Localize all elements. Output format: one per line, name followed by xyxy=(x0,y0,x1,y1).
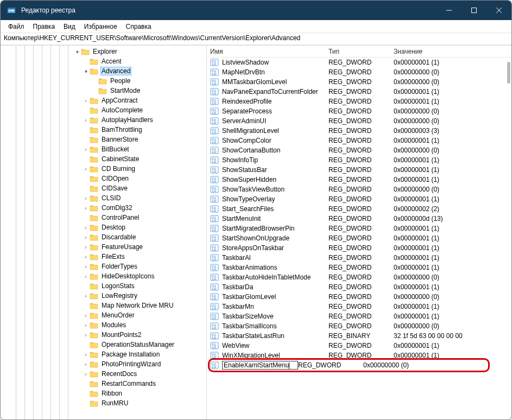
tree-item-startmode[interactable]: StartMode xyxy=(1,86,206,96)
value-row[interactable]: TaskbarSizeMoveREG_DWORD0x00000001 (1) xyxy=(207,311,511,321)
address-bar[interactable]: Компьютер\HKEY_CURRENT_USER\Software\Mic… xyxy=(1,33,511,45)
expander-icon[interactable]: › xyxy=(82,273,90,279)
expander-icon[interactable]: › xyxy=(82,166,90,172)
expander-icon[interactable]: › xyxy=(82,352,90,358)
value-row[interactable]: ShellMigrationLevelREG_DWORD0x00000003 (… xyxy=(207,126,511,136)
expander-icon[interactable]: › xyxy=(82,332,90,338)
expander-icon[interactable]: › xyxy=(82,225,90,231)
menu-view[interactable]: Вид xyxy=(59,22,80,31)
tree-item-bitbucket[interactable]: ›BitBucket xyxy=(1,144,206,154)
value-row[interactable]: StartMigratedBrowserPinREG_DWORD0x000000… xyxy=(207,224,511,233)
expander-icon[interactable]: ▾ xyxy=(73,49,81,55)
expander-icon[interactable]: › xyxy=(82,234,90,240)
value-row[interactable]: StoreAppsOnTaskbarREG_DWORD0x00000001 (1… xyxy=(207,243,511,253)
value-row[interactable]: ShowInfoTipREG_DWORD0x00000001 (1) xyxy=(207,155,511,165)
tree-item-map-network-drive-mru[interactable]: Map Network Drive MRU xyxy=(1,301,206,310)
tree-item-controlpanel[interactable]: ControlPanel xyxy=(1,213,206,222)
values-pane[interactable]: Имя Тип Значение ListviewShadowREG_DWORD… xyxy=(207,46,511,419)
titlebar[interactable]: Редактор реестра xyxy=(1,1,511,20)
tree-item-bannerstore[interactable]: BannerStore xyxy=(1,135,206,144)
menu-favorites[interactable]: Избранное xyxy=(80,22,122,31)
tree-item-desktop[interactable]: ›Desktop xyxy=(1,222,206,232)
value-row[interactable]: TaskbarMnREG_DWORD0x00000001 (1) xyxy=(207,302,511,311)
tree-item-hidedesktopicons[interactable]: ›HideDesktopIcons xyxy=(1,271,206,281)
scrollbar-thumb[interactable] xyxy=(507,62,510,84)
value-row[interactable]: StartMenuInitREG_DWORD0x0000000d (13) xyxy=(207,214,511,224)
value-row[interactable]: WinXMigrationLevelREG_DWORD0x00000001 (1… xyxy=(207,351,511,360)
value-row[interactable]: TaskbarAlREG_DWORD0x00000001 (1) xyxy=(207,253,511,263)
tree-item-package-installation[interactable]: ›Package Installation xyxy=(1,349,206,359)
expander-icon[interactable]: › xyxy=(82,371,90,377)
tree-item-cidopen[interactable]: CIDOpen xyxy=(1,174,206,183)
expander-icon[interactable]: › xyxy=(82,313,90,319)
value-row[interactable]: MapNetDrvBtnREG_DWORD0x00000000 (0) xyxy=(207,67,511,77)
column-name[interactable]: Имя xyxy=(207,48,325,55)
value-row[interactable]: SeparateProcessREG_DWORD0x00000000 (0) xyxy=(207,106,511,116)
value-row[interactable]: ServerAdminUIREG_DWORD0x00000000 (0) xyxy=(207,116,511,126)
value-row[interactable]: TaskbarStateLastRunREG_BINARY32 1f 5d 63… xyxy=(207,331,511,341)
tree-item-cidsave[interactable]: CIDSave xyxy=(1,183,206,193)
value-row[interactable]: ShowSuperHiddenREG_DWORD0x00000001 (1) xyxy=(207,175,511,184)
expander-icon[interactable]: › xyxy=(82,195,90,201)
menu-edit[interactable]: Правка xyxy=(29,22,60,31)
tree-item-mountpoints2[interactable]: ›MountPoints2 xyxy=(1,330,206,340)
tree-item-lowregistry[interactable]: ›LowRegistry xyxy=(1,291,206,301)
value-row[interactable]: ShowTypeOverlayREG_DWORD0x00000001 (1) xyxy=(207,194,511,204)
value-row[interactable]: ShowCompColorREG_DWORD0x00000001 (1) xyxy=(207,136,511,145)
value-name[interactable]: EnableXamlStartMenu xyxy=(222,361,298,370)
tree-item-clsid[interactable]: ›CLSID xyxy=(1,193,206,203)
tree-item-comdlg32[interactable]: ›ComDlg32 xyxy=(1,203,206,213)
value-row[interactable]: NavPaneExpandToCurrentFolderREG_DWORD0x0… xyxy=(207,87,511,97)
value-row[interactable]: TaskbarAnimationsREG_DWORD0x00000001 (1) xyxy=(207,263,511,272)
tree-item-bamthrottling[interactable]: BamThrottling xyxy=(1,125,206,135)
list-header[interactable]: Имя Тип Значение xyxy=(207,46,511,58)
tree-item-runmru[interactable]: RunMRU xyxy=(1,398,206,408)
tree-item-recentdocs[interactable]: ›RecentDocs xyxy=(1,369,206,379)
value-row[interactable]: ShowCortanaButtonREG_DWORD0x00000000 (0) xyxy=(207,145,511,155)
expander-icon[interactable]: › xyxy=(82,205,90,211)
tree-item-explorer[interactable]: ▾Explorer xyxy=(1,47,206,56)
expander-icon[interactable]: ▾ xyxy=(82,68,90,74)
value-row[interactable]: ReindexedProfileREG_DWORD0x00000001 (1) xyxy=(207,97,511,106)
tree-item-people[interactable]: People xyxy=(1,76,206,86)
expander-icon[interactable]: › xyxy=(82,147,90,152)
tree-item-ribbon[interactable]: Ribbon xyxy=(1,389,206,398)
value-row[interactable]: EnableXamlStartMenuREG_DWORD0x00000000 (… xyxy=(207,360,511,370)
tree-item-featureusage[interactable]: ›FeatureUsage xyxy=(1,242,206,252)
column-data[interactable]: Значение xyxy=(390,48,511,55)
expander-icon[interactable]: › xyxy=(82,322,90,328)
tree-item-menuorder[interactable]: ›MenuOrder xyxy=(1,310,206,320)
value-row[interactable]: TaskbarSmallIconsREG_DWORD0x00000000 (0) xyxy=(207,321,511,331)
tree-item-logonstats[interactable]: LogonStats xyxy=(1,281,206,291)
tree-item-autoplayhandlers[interactable]: ›AutoplayHandlers xyxy=(1,115,206,125)
value-row[interactable]: TaskbarAutoHideInTabletModeREG_DWORD0x00… xyxy=(207,272,511,282)
expander-icon[interactable]: › xyxy=(82,264,90,270)
tree-item-restartcommands[interactable]: RestartCommands xyxy=(1,379,206,389)
value-row[interactable]: WebViewREG_DWORD0x00000001 (1) xyxy=(207,341,511,351)
expander-icon[interactable]: › xyxy=(82,244,90,250)
value-row[interactable]: StartShownOnUpgradeREG_DWORD0x00000001 (… xyxy=(207,233,511,243)
tree-item-autocomplete[interactable]: AutoComplete xyxy=(1,105,206,115)
expander-icon[interactable]: › xyxy=(82,254,90,260)
minimize-button[interactable] xyxy=(437,1,462,20)
value-row[interactable]: MMTaskbarGlomLevelREG_DWORD0x00000000 (0… xyxy=(207,77,511,87)
tree-item-foldertypes[interactable]: ›FolderTypes xyxy=(1,262,206,271)
value-row[interactable]: Start_SearchFilesREG_DWORD0x00000002 (2) xyxy=(207,204,511,214)
expander-icon[interactable]: › xyxy=(82,293,90,299)
value-row[interactable]: TaskbarGlomLevelREG_DWORD0x00000000 (0) xyxy=(207,292,511,302)
tree-item-operationstatusmanager[interactable]: OperationStatusManager xyxy=(1,340,206,349)
expander-icon[interactable]: › xyxy=(82,98,90,104)
value-row[interactable]: TaskbarDaREG_DWORD0x00000001 (1) xyxy=(207,282,511,292)
maximize-button[interactable] xyxy=(462,1,486,20)
expander-icon[interactable]: › xyxy=(82,117,90,123)
tree-item-cd-burning[interactable]: ›CD Burning xyxy=(1,164,206,174)
value-row[interactable]: ShowStatusBarREG_DWORD0x00000001 (1) xyxy=(207,165,511,175)
menu-file[interactable]: Файл xyxy=(4,22,29,31)
tree-item-appcontract[interactable]: ›AppContract xyxy=(1,96,206,105)
expander-icon[interactable]: › xyxy=(82,361,90,367)
tree-item-photoprintingwizard[interactable]: ›PhotoPrintingWizard xyxy=(1,359,206,369)
tree-item-cabinetstate[interactable]: CabinetState xyxy=(1,154,206,164)
tree-item-fileexts[interactable]: ›FileExts xyxy=(1,252,206,262)
tree-pane[interactable]: ▾ExplorerAccent▾AdvancedPeopleStartMode›… xyxy=(1,46,207,419)
tree-item-discardable[interactable]: ›Discardable xyxy=(1,232,206,242)
